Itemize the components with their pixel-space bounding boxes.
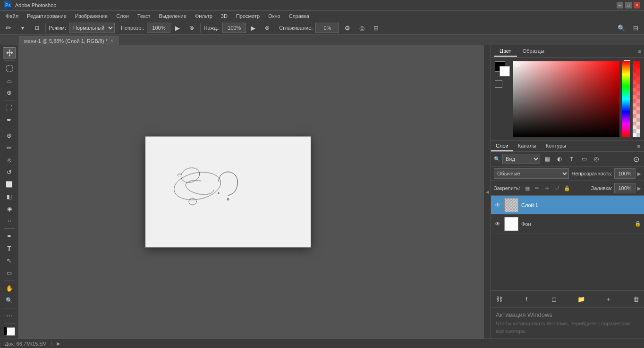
menu-select[interactable]: Выделение	[155, 12, 190, 20]
tab-swatches[interactable]: Образцы	[517, 46, 550, 57]
dodge-tool[interactable]: ○	[3, 215, 16, 227]
menu-filter[interactable]: Фильтр	[191, 12, 216, 20]
zoom-tool[interactable]: 🔍	[3, 295, 16, 306]
status-doc-info: Док: 66,7М/15,5М	[5, 341, 47, 347]
tab-layers[interactable]: Слои	[491, 141, 513, 151]
flow-input[interactable]	[222, 23, 246, 33]
filter-pixel-btn[interactable]: ▦	[542, 154, 552, 164]
menu-text[interactable]: Текст	[134, 12, 154, 20]
layer-visibility-icon[interactable]: 👁	[494, 201, 501, 209]
smoothing-input[interactable]	[315, 23, 339, 33]
type-tool[interactable]: T	[3, 243, 16, 254]
filter-shape-btn[interactable]: ▭	[579, 154, 589, 164]
new-layer-btn[interactable]: +	[603, 294, 614, 304]
menu-window[interactable]: Окно	[264, 12, 284, 20]
menu-view[interactable]: Просмотр	[232, 12, 263, 20]
extra-btn[interactable]: ⊞	[370, 22, 381, 33]
delete-layer-btn[interactable]: 🗑	[631, 294, 641, 304]
canvas-document[interactable]	[145, 137, 311, 248]
doc-tab-close[interactable]: ×	[110, 38, 113, 43]
color-gradient-canvas[interactable]	[513, 61, 619, 137]
eyedropper-tool[interactable]: ✒	[3, 115, 16, 126]
layer-visibility-icon[interactable]: 👁	[494, 220, 501, 228]
history-tool[interactable]: ↺	[3, 166, 16, 178]
background-color[interactable]	[7, 327, 15, 336]
flow-btn2[interactable]: ⊛	[262, 22, 273, 33]
tab-channels[interactable]: Каналы	[513, 141, 541, 151]
lasso-tool[interactable]: ⌓	[3, 75, 16, 86]
brush-tool-btn[interactable]: ✏	[3, 22, 14, 33]
marquee-tool[interactable]	[3, 63, 16, 74]
close-button[interactable]: ✕	[634, 2, 640, 8]
flow-arrow[interactable]: ▶	[247, 22, 259, 33]
filter-toggle[interactable]: ⊙	[631, 154, 641, 164]
smoothing-settings[interactable]: ⚙	[342, 22, 353, 33]
menu-file[interactable]: Файл	[2, 12, 22, 20]
doc-tab-title: мени-1 @ 5,88% (Слой 1, RGB/8) *	[24, 38, 108, 44]
menu-help[interactable]: Справка	[285, 12, 313, 20]
lock-image[interactable]: ✏	[533, 184, 542, 192]
stamp-tool[interactable]: ⎋	[3, 154, 16, 166]
layer-item[interactable]: 👁 Слой 1	[491, 196, 644, 215]
bg-swatch[interactable]	[500, 66, 510, 76]
layer-filter-select[interactable]: Вид	[502, 154, 540, 164]
opacity-input[interactable]	[147, 23, 170, 33]
add-style-btn[interactable]: f	[521, 294, 532, 304]
gradient-tool[interactable]: ◧	[3, 191, 16, 202]
blend-mode-select[interactable]: Нормальный Растворение	[69, 23, 115, 33]
tab-color[interactable]: Цвет	[494, 46, 517, 57]
color-panel-options[interactable]: ≡	[638, 49, 641, 54]
menu-edit[interactable]: Редактирование	[23, 12, 70, 20]
layout-btn[interactable]: ⊟	[630, 22, 641, 33]
blur-tool[interactable]: ◉	[3, 203, 16, 215]
more-tools[interactable]: ⋯	[3, 310, 16, 322]
opacity-value-input[interactable]	[614, 168, 636, 179]
right-panel: Цвет Образцы ≡	[491, 45, 644, 339]
lock-transparent[interactable]: ▦	[523, 184, 532, 192]
color-selector[interactable]	[3, 326, 16, 337]
window-controls: ─ □ ✕	[617, 2, 640, 8]
layer-item[interactable]: 👁 Фон 🔒	[491, 215, 644, 233]
minimize-button[interactable]: ─	[617, 2, 623, 8]
link-layers-btn[interactable]: ⛓	[494, 294, 504, 304]
brush-tool[interactable]: ✏	[3, 142, 16, 153]
quick-select-tool[interactable]: ⊕	[3, 87, 16, 98]
add-mask-btn[interactable]: ◻	[549, 294, 559, 304]
canvas-area[interactable]	[19, 45, 484, 339]
layer-blend-select[interactable]: Обычные	[494, 168, 569, 179]
maximize-button[interactable]: □	[625, 2, 632, 8]
menu-layers[interactable]: Слои	[112, 12, 133, 20]
crop-tool[interactable]: ⛶	[3, 102, 16, 114]
hue-strip[interactable]	[622, 61, 630, 137]
document-tab[interactable]: мени-1 @ 5,88% (Слой 1, RGB/8) * ×	[19, 36, 119, 45]
path-selection-tool[interactable]: ↖	[3, 255, 16, 266]
healing-tool[interactable]: ⊛	[3, 130, 16, 141]
stylus-btn[interactable]: ◎	[356, 22, 367, 33]
fill-value-input[interactable]	[614, 183, 636, 193]
new-group-btn[interactable]: 📁	[576, 294, 586, 304]
lock-all[interactable]: 🔒	[563, 184, 571, 192]
menu-image[interactable]: Изображение	[71, 12, 111, 20]
layers-panel-options[interactable]: ≡	[634, 141, 644, 151]
hand-tool[interactable]: ✋	[3, 282, 16, 294]
eraser-tool[interactable]: ⬜	[3, 179, 16, 190]
tab-paths[interactable]: Контуры	[541, 141, 571, 151]
filter-adj-btn[interactable]: ◐	[554, 154, 565, 164]
filter-smart-btn[interactable]: ◎	[591, 154, 602, 164]
filter-type-btn[interactable]: T	[567, 154, 577, 164]
pen-tool[interactable]: ✒	[3, 231, 16, 242]
lock-position[interactable]: ✛	[543, 184, 551, 192]
layers-panel: Слои Каналы Контуры ≡ 🔍 Вид ▦ ◐ T ▭ ◎ ⊙	[491, 141, 644, 307]
airbrush-btn[interactable]: ⊗	[186, 22, 197, 33]
alpha-strip[interactable]	[633, 61, 640, 137]
search-btn[interactable]: 🔍	[616, 22, 627, 33]
menu-3d[interactable]: 3D	[217, 12, 231, 20]
move-tool[interactable]	[3, 47, 16, 58]
brush-preset-btn[interactable]: ▼	[17, 22, 28, 33]
shape-tool[interactable]: ▭	[3, 267, 16, 279]
opacity-arrow[interactable]: ▶	[172, 22, 183, 33]
panel-collapse-handle[interactable]: ◀	[484, 45, 491, 339]
switch-colors[interactable]	[495, 80, 502, 88]
brush-options-btn[interactable]: ⊞	[31, 22, 42, 33]
lock-artboard[interactable]: ⛉	[553, 184, 561, 192]
